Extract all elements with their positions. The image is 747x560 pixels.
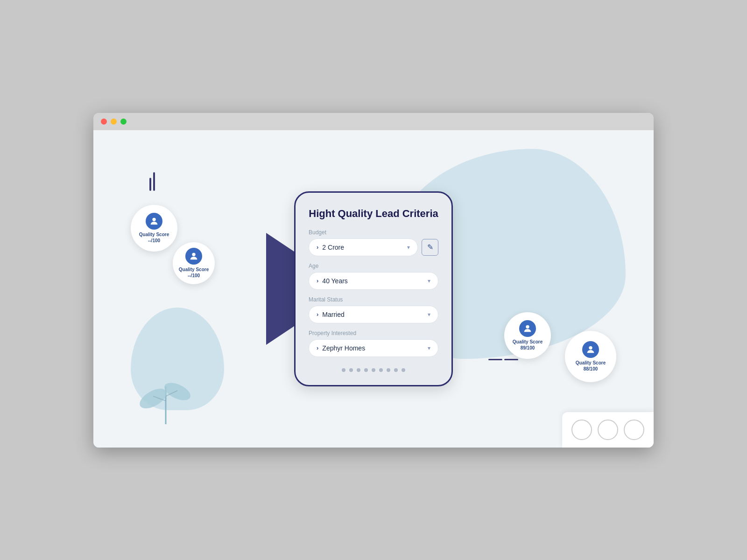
budget-chevron-icon: ›: [317, 244, 318, 251]
marital-dropdown-inner: › Married: [317, 311, 345, 318]
quality-bubble-3: Quality Score89/100: [504, 312, 551, 359]
age-chevron-icon: ›: [317, 277, 318, 284]
browser-window: Quality Score--/100 Quality Score--/100 …: [93, 113, 654, 448]
minimize-button[interactable]: [111, 119, 117, 125]
svg-point-2: [162, 379, 193, 404]
pagination-dots: [309, 368, 438, 372]
budget-value: 2 Crore: [322, 244, 344, 251]
property-chevron-icon: ›: [317, 344, 318, 351]
budget-row: › 2 Crore ▾ ✎: [309, 238, 438, 256]
budget-dropdown[interactable]: › 2 Crore ▾: [309, 238, 418, 256]
property-value: Zephyr Homes: [322, 344, 365, 352]
dot-9[interactable]: [402, 368, 405, 372]
budget-edit-button[interactable]: ✎: [422, 239, 438, 256]
quality-score-label-2: Quality Score--/100: [179, 266, 209, 279]
edit-icon: ✎: [427, 243, 433, 252]
dot-6[interactable]: [379, 368, 383, 372]
age-arrow-icon: ▾: [428, 278, 430, 284]
marital-row: › Married ▾: [309, 306, 438, 323]
budget-arrow-icon: ▾: [407, 244, 410, 251]
marital-chevron-icon: ›: [317, 311, 318, 318]
svg-point-5: [152, 217, 155, 221]
budget-label: Budget: [309, 229, 438, 236]
quality-score-label-4: Quality Score88/100: [576, 360, 606, 372]
circle-button-3[interactable]: [624, 420, 644, 440]
maximize-button[interactable]: [120, 119, 127, 125]
marital-arrow-icon: ▾: [428, 311, 430, 318]
age-label: Age: [309, 263, 438, 269]
dot-4[interactable]: [364, 368, 368, 372]
age-value: 40 Years: [322, 277, 348, 285]
dot-5[interactable]: [372, 368, 375, 372]
dot-1[interactable]: [342, 368, 345, 372]
property-row: › Zephyr Homes ▾: [309, 339, 438, 357]
avatar-1: [146, 213, 162, 230]
dot-3[interactable]: [357, 368, 360, 372]
budget-dropdown-inner: › 2 Crore: [317, 244, 344, 251]
svg-point-6: [192, 252, 195, 256]
quality-score-label-1: Quality Score--/100: [139, 231, 169, 244]
leaf-decoration: [135, 359, 196, 424]
property-arrow-icon: ▾: [428, 345, 430, 351]
circle-button-1[interactable]: [571, 420, 592, 440]
bar-chart-decoration: [149, 172, 155, 191]
marital-value: Married: [322, 311, 344, 318]
dash-decoration: [488, 359, 518, 360]
dash-line-1: [488, 359, 502, 360]
age-row: › 40 Years ▾: [309, 272, 438, 290]
marital-dropdown[interactable]: › Married ▾: [309, 306, 438, 323]
phone-card: Hight Quality Lead Criteria Budget › 2 C…: [294, 191, 453, 386]
svg-point-8: [589, 346, 592, 349]
quality-bubble-4: Quality Score88/100: [565, 331, 616, 382]
age-dropdown[interactable]: › 40 Years ▾: [309, 272, 438, 290]
quality-bubble-1: Quality Score--/100: [131, 205, 177, 252]
card-title: Hight Quality Lead Criteria: [309, 208, 438, 220]
quality-score-label-3: Quality Score89/100: [513, 339, 543, 351]
dash-line-2: [504, 359, 518, 360]
property-dropdown-inner: › Zephyr Homes: [317, 344, 365, 352]
dot-8[interactable]: [394, 368, 398, 372]
main-content: Quality Score--/100 Quality Score--/100 …: [93, 130, 654, 448]
property-dropdown[interactable]: › Zephyr Homes ▾: [309, 339, 438, 357]
dot-7[interactable]: [387, 368, 390, 372]
titlebar: [93, 113, 654, 130]
quality-bubble-2: Quality Score--/100: [173, 242, 215, 284]
age-dropdown-inner: › 40 Years: [317, 277, 348, 285]
svg-point-7: [526, 325, 529, 328]
close-button[interactable]: [101, 119, 107, 125]
bottom-right-panel: [562, 412, 654, 448]
avatar-2: [185, 248, 202, 265]
dot-2[interactable]: [349, 368, 353, 372]
circle-button-2[interactable]: [598, 420, 618, 440]
avatar-4: [582, 341, 599, 358]
property-label: Property Interested: [309, 330, 438, 336]
marital-status-label: Marital Status: [309, 296, 438, 303]
avatar-3: [519, 320, 536, 337]
